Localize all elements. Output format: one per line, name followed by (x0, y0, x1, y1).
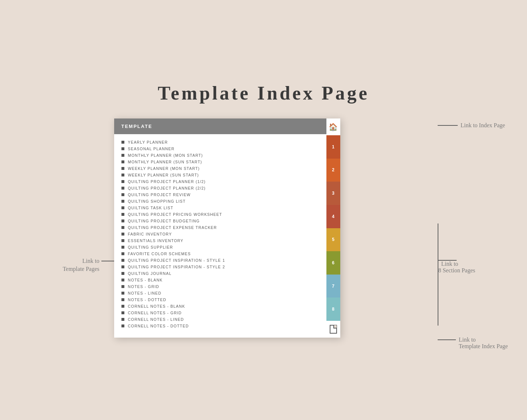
template-list-item[interactable]: SEASONAL PLANNER (121, 147, 319, 151)
list-bullet (121, 200, 124, 203)
list-bullet (121, 187, 124, 190)
list-bullet (121, 259, 124, 262)
list-item-label: QUILTING PROJECT PRICING WORKSHEET (128, 212, 222, 217)
list-item-label: FAVORITE COLOR SCHEMES (128, 252, 191, 256)
template-list-item[interactable]: CORNELL NOTES - GRID (121, 311, 319, 315)
list-item-label: SEASONAL PLANNER (128, 147, 175, 151)
annotation-index-label: Link to Index Page (461, 122, 505, 129)
sidebar-bottom[interactable] (326, 321, 340, 338)
list-bullet (121, 279, 124, 281)
list-item-label: QUILTING PROJECT BUDGETING (128, 219, 200, 223)
sidebar-tab-7[interactable]: 7 (326, 275, 340, 298)
sidebar-tab-2[interactable]: 2 (326, 159, 340, 182)
list-bullet (121, 213, 124, 216)
doc-header: TEMPLATE (114, 118, 326, 134)
template-list-item[interactable]: QUILTING TASK LIST (121, 206, 319, 210)
template-list-item[interactable]: QUILTING JOURNAL (121, 271, 319, 276)
home-icon[interactable]: 🏠 (329, 122, 338, 131)
annotation-8section-label: Link to8 Section Pages (438, 261, 475, 273)
sidebar-home[interactable]: 🏠 (326, 118, 340, 135)
main-content: Link toTemplate Pages TEMPLATE YEARLY PL… (114, 118, 413, 338)
template-list-item[interactable]: QUILTING PROJECT EXPENSE TRACKER (121, 225, 319, 230)
sidebar-tab-3[interactable]: 3 (326, 182, 340, 205)
list-bullet (121, 305, 124, 308)
list-item-label: NOTES - BLANK (128, 278, 163, 282)
list-bullet (121, 226, 124, 229)
template-list-item[interactable]: QUILTING PROJECT PLANNER (2/2) (121, 186, 319, 190)
template-list-item[interactable]: NOTES - DOTTED (121, 298, 319, 302)
document: TEMPLATE YEARLY PLANNERSEASONAL PLANNERM… (114, 118, 340, 338)
list-bullet (121, 219, 124, 222)
list-item-label: WEEKLY PLANNER (SUN START) (128, 173, 199, 177)
list-bullet (121, 206, 124, 209)
list-item-label: NOTES - LINED (128, 291, 162, 295)
list-item-label: QUILTING PROJECT REVIEW (128, 192, 191, 197)
list-bullet (121, 246, 124, 249)
sidebar-tab-5[interactable]: 5 (326, 228, 340, 252)
annotation-8section: Link to8 Section Pages (438, 223, 508, 326)
list-bullet (121, 167, 124, 170)
template-list-item[interactable]: YEARLY PLANNER (121, 140, 319, 144)
doc-header-title: TEMPLATE (121, 124, 152, 129)
sidebar-tab-1[interactable]: 1 (326, 135, 340, 159)
list-bullet (121, 180, 124, 183)
template-list-item[interactable]: QUILTING PROJECT PRICING WORKSHEET (121, 212, 319, 217)
list-item-label: NOTES - DOTTED (128, 298, 166, 302)
annotation-index-page: Link to Index Page (438, 122, 508, 129)
list-item-label: MONTHLY PLANNER (MON START) (128, 153, 203, 158)
list-bullet (121, 298, 124, 301)
list-item-label: CORNELL NOTES - GRID (128, 311, 182, 315)
list-item-label: QUILTING PROJECT INSPIRATION - STYLE 2 (128, 265, 225, 269)
list-item-label: CORNELL NOTES - BLANK (128, 304, 185, 308)
template-list-item[interactable]: QUILTING PROJECT PLANNER (1/2) (121, 179, 319, 184)
template-index-icon[interactable] (330, 325, 337, 334)
sidebar-tab-6[interactable]: 6 (326, 251, 340, 275)
page-title: Template Index Page (158, 82, 369, 104)
list-bullet (121, 233, 124, 236)
list-bullet (121, 285, 124, 288)
sidebar-tab-8[interactable]: 8 (326, 298, 340, 321)
template-list-item[interactable]: QUILTING PROJECT BUDGETING (121, 219, 319, 223)
template-list-item[interactable]: CORNELL NOTES - BLANK (121, 304, 319, 308)
template-list-item[interactable]: QUILTING SHOPPING LIST (121, 199, 319, 203)
template-list-item[interactable]: FAVORITE COLOR SCHEMES (121, 252, 319, 256)
annotation-index-line (438, 125, 458, 126)
list-item-label: YEARLY PLANNER (128, 140, 168, 144)
template-list-item[interactable]: QUILTING PROJECT REVIEW (121, 192, 319, 197)
template-list-item[interactable]: MONTHLY PLANNER (MON START) (121, 153, 319, 158)
template-list-item[interactable]: MONTHLY PLANNER (SUN START) (121, 160, 319, 164)
bracket-vertical-line (438, 223, 438, 326)
list-item-label: QUILTING SUPPLIER (128, 245, 173, 249)
template-list-item[interactable]: NOTES - GRID (121, 284, 319, 289)
annotation-template-index: Link toTemplate Index Page (438, 337, 508, 350)
list-item-label: CORNELL NOTES - DOTTED (128, 324, 189, 328)
list-item-label: MONTHLY PLANNER (SUN START) (128, 160, 202, 164)
right-annotations: Link to Index Page Link to8 Section Page… (434, 118, 508, 350)
list-bullet (121, 272, 124, 275)
template-list-item[interactable]: WEEKLY PLANNER (MON START) (121, 166, 319, 171)
template-list-item[interactable]: NOTES - BLANK (121, 278, 319, 282)
list-bullet (121, 193, 124, 196)
template-list-item[interactable]: QUILTING SUPPLIER (121, 245, 319, 249)
page-wrapper: Template Index Page Link toTemplate Page… (15, 82, 512, 338)
doc-main: TEMPLATE YEARLY PLANNERSEASONAL PLANNERM… (114, 118, 326, 338)
list-bullet (121, 252, 124, 255)
sidebar-tab-4[interactable]: 4 (326, 205, 340, 228)
list-bullet (121, 160, 124, 163)
doc-sidebar: 🏠 1 2 3 4 5 6 7 8 (326, 118, 340, 338)
template-list-item[interactable]: CORNELL NOTES - LINED (121, 317, 319, 322)
list-bullet (121, 239, 124, 242)
template-list-item[interactable]: ESSENTIALS INVENTORY (121, 238, 319, 243)
template-list-item[interactable]: NOTES - LINED (121, 291, 319, 295)
template-list-item[interactable]: WEEKLY PLANNER (SUN START) (121, 173, 319, 177)
list-item-label: QUILTING PROJECT PLANNER (1/2) (128, 179, 206, 184)
list-item-label: QUILTING TASK LIST (128, 206, 174, 210)
list-bullet (121, 265, 124, 268)
template-list-item[interactable]: CORNELL NOTES - DOTTED (121, 324, 319, 328)
template-list-item[interactable]: QUILTING PROJECT INSPIRATION - STYLE 1 (121, 258, 319, 262)
left-annotation-label: Link toTemplate Pages (63, 258, 100, 272)
template-list-item[interactable]: QUILTING PROJECT INSPIRATION - STYLE 2 (121, 265, 319, 269)
list-bullet (121, 292, 124, 295)
annotation-template-index-line (438, 339, 456, 340)
template-list-item[interactable]: FABRIC INVENTORY (121, 232, 319, 236)
